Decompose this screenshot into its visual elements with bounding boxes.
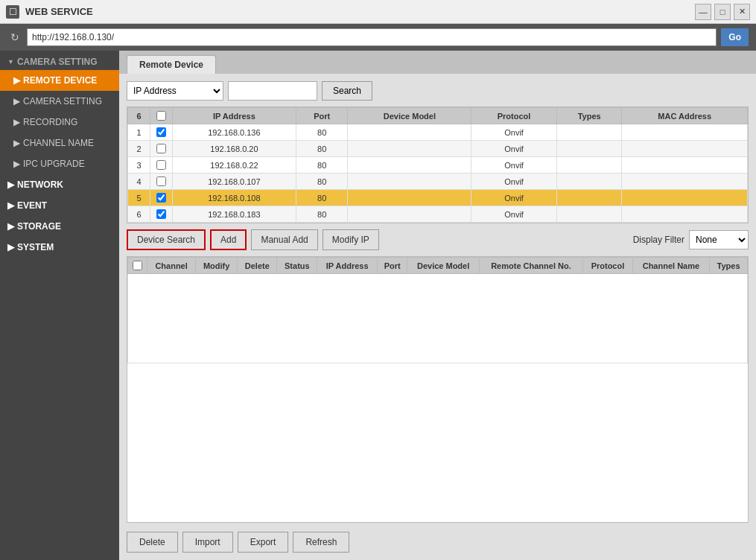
row-model — [348, 124, 471, 141]
sidebar-item-label: REMOTE DEVICE — [23, 75, 97, 86]
row-checkbox-cell[interactable] — [150, 157, 173, 174]
modify-ip-button[interactable]: Modify IP — [323, 229, 379, 250]
sidebar-item-ipc-upgrade[interactable]: ▶ IPC UPGRADE — [0, 153, 119, 174]
import-button[interactable]: Import — [182, 532, 233, 553]
refresh-icon[interactable]: ↻ — [7, 30, 22, 45]
th-check — [150, 108, 173, 124]
table-row[interactable]: 3 192.168.0.22 80 Onvif — [128, 157, 748, 174]
sidebar-item-recording[interactable]: ▶ RECORDING — [0, 112, 119, 133]
lower-table-body — [128, 274, 748, 363]
row-checkbox-cell[interactable] — [150, 124, 173, 141]
row-checkbox[interactable] — [156, 176, 166, 186]
sidebar-arrow-icon: ▶ — [7, 179, 14, 190]
sidebar-item-channel-name[interactable]: ▶ CHANNEL NAME — [0, 133, 119, 153]
sidebar-item-network[interactable]: ▶ NETWORK — [0, 174, 119, 195]
row-port: 80 — [296, 190, 348, 206]
app-icon: ☐ — [6, 5, 19, 19]
sidebar-item-event[interactable]: ▶ EVENT — [0, 195, 119, 216]
row-checkbox-cell[interactable] — [150, 174, 173, 190]
row-protocol: Onvif — [471, 206, 557, 223]
sidebar-item-system[interactable]: ▶ SYSTEM — [0, 237, 119, 258]
section-arrow-icon: ▼ — [7, 58, 14, 66]
lth-model: Device Model — [407, 258, 479, 274]
row-num: 3 — [128, 157, 150, 174]
th-port: Port — [296, 108, 348, 124]
table-row[interactable]: 5 192.168.0.108 80 Onvif — [128, 190, 748, 206]
row-port: 80 — [296, 141, 348, 157]
row-model — [348, 190, 471, 206]
sidebar-item-label: CHANNEL NAME — [23, 138, 94, 148]
main-window: ☐ WEB SERVICE — □ ✕ ↻ Go ▼ CAMERA SETTIN… — [0, 0, 756, 560]
tab-remote-device[interactable]: Remote Device — [127, 55, 216, 74]
row-ip: 192.168.0.108 — [173, 190, 296, 206]
manual-add-button[interactable]: Manual Add — [251, 229, 317, 250]
lower-select-all[interactable] — [133, 261, 142, 270]
row-num: 6 — [128, 206, 150, 223]
sidebar-arrow-icon: ▶ — [7, 221, 14, 232]
lower-table-container: Channel Modify Delete Status IP Address … — [127, 256, 749, 523]
go-button[interactable]: Go — [721, 28, 749, 46]
row-num: 5 — [128, 190, 150, 206]
row-checkbox[interactable] — [156, 193, 166, 203]
refresh-button[interactable]: Refresh — [293, 532, 349, 553]
sidebar-item-label: STORAGE — [17, 221, 61, 232]
delete-button[interactable]: Delete — [127, 532, 178, 553]
search-button[interactable]: Search — [322, 81, 372, 101]
row-checkbox[interactable] — [156, 127, 166, 137]
row-checkbox-cell[interactable] — [150, 206, 173, 223]
sidebar-item-camera-setting[interactable]: ▶ CAMERA SETTING — [0, 91, 119, 112]
main-layout: ▼ CAMERA SETTING ▶ REMOTE DEVICE ▶ CAMER… — [0, 51, 756, 560]
sidebar-item-label: CAMERA SETTING — [23, 96, 102, 106]
sidebar-arrow-icon: ▶ — [7, 242, 14, 252]
lth-status: Status — [277, 258, 317, 274]
device-search-button[interactable]: Device Search — [127, 229, 206, 250]
row-mac — [622, 190, 748, 206]
row-protocol: Onvif — [471, 190, 557, 206]
add-button[interactable]: Add — [210, 229, 247, 250]
row-checkbox[interactable] — [156, 160, 166, 170]
row-checkbox[interactable] — [156, 144, 166, 153]
row-model — [348, 174, 471, 190]
maximize-button[interactable]: □ — [714, 4, 731, 20]
table-row[interactable]: 6 192.168.0.183 80 Onvif — [128, 206, 748, 223]
minimize-button[interactable]: — — [695, 4, 711, 20]
export-button[interactable]: Export — [238, 532, 289, 553]
table-row[interactable]: 2 192.168.0.20 80 Onvif — [128, 141, 748, 157]
lth-remote-channel: Remote Channel No. — [479, 258, 582, 274]
table-row[interactable]: 1 192.168.0.136 80 Onvif — [128, 124, 748, 141]
lth-channel-name: Channel Name — [632, 258, 709, 274]
row-ip: 192.168.0.22 — [173, 157, 296, 174]
lth-ip: IP Address — [317, 258, 378, 274]
row-mac — [622, 141, 748, 157]
sidebar-item-storage[interactable]: ▶ STORAGE — [0, 216, 119, 237]
action-row: Device Search Add Manual Add Modify IP D… — [127, 229, 749, 250]
row-protocol: Onvif — [471, 141, 557, 157]
row-ip: 192.168.0.136 — [173, 124, 296, 141]
row-checkbox[interactable] — [156, 209, 166, 219]
search-bar: IP Address Name MAC Search — [127, 81, 749, 101]
close-button[interactable]: ✕ — [734, 4, 750, 20]
sidebar-item-label: SYSTEM — [17, 242, 54, 252]
titlebar: ☐ WEB SERVICE — □ ✕ — [0, 0, 756, 24]
lth-check — [128, 258, 147, 274]
row-num: 2 — [128, 141, 150, 157]
table-row[interactable]: 4 192.168.0.107 80 Onvif — [128, 174, 748, 190]
display-filter-select[interactable]: None Online Offline — [689, 230, 749, 249]
row-protocol: Onvif — [471, 124, 557, 141]
row-checkbox-cell[interactable] — [150, 190, 173, 206]
sidebar-item-remote-device[interactable]: ▶ REMOTE DEVICE — [0, 70, 119, 91]
url-input[interactable] — [27, 28, 717, 46]
sidebar-arrow-icon: ▶ — [7, 200, 14, 211]
search-input[interactable] — [228, 81, 317, 101]
lth-port: Port — [378, 258, 407, 274]
row-port: 80 — [296, 124, 348, 141]
sidebar-section-camera: ▼ CAMERA SETTING — [0, 51, 119, 70]
select-all-checkbox[interactable] — [156, 111, 166, 121]
row-types — [556, 206, 622, 223]
row-port: 80 — [296, 206, 348, 223]
filter-select[interactable]: IP Address Name MAC — [127, 81, 223, 101]
lth-modify: Modify — [196, 258, 238, 274]
row-ip: 192.168.0.20 — [173, 141, 296, 157]
row-checkbox-cell[interactable] — [150, 141, 173, 157]
sidebar-item-label: EVENT — [17, 200, 47, 211]
